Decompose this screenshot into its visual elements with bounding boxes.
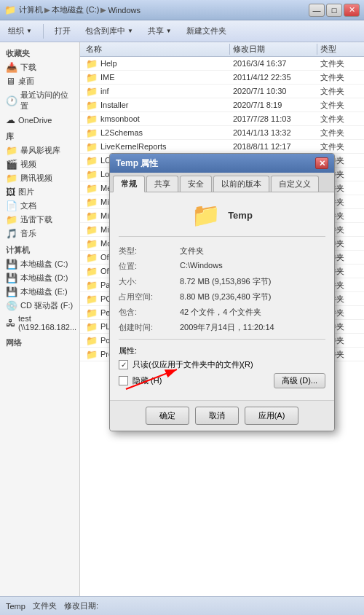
dialog-取消-button[interactable]: 取消	[195, 407, 239, 425]
dialog-应用(A)-button[interactable]: 应用(A)	[245, 407, 299, 425]
prop-value: 42 个文件，4 个文件夹	[180, 307, 325, 318]
dialog-tab-0[interactable]: 常规	[113, 176, 145, 192]
dialog-确定-button[interactable]: 确定	[146, 407, 189, 425]
prop-label: 包含:	[119, 307, 177, 318]
dialog-buttons: 确定取消应用(A)	[110, 400, 334, 431]
prop-value: C:\Windows	[180, 261, 325, 272]
dialog-close-button[interactable]: ✕	[315, 157, 328, 169]
svg-line-1	[126, 369, 177, 389]
attributes-label: 属性:	[119, 345, 325, 356]
prop-label: 类型:	[119, 246, 177, 256]
advanced-button[interactable]: 高级 (D)...	[274, 373, 326, 388]
dialog-folder-icon: 📁	[191, 201, 221, 229]
red-arrow-annotation	[119, 364, 191, 393]
dialog-folder-name: Temp	[228, 210, 253, 221]
dialog-attributes-row: 属性: ✓ 只读(仅应用于文件夹中的文件)(R) 隐藏 (H) 高级 (D)..…	[119, 339, 325, 388]
dialog-tab-2[interactable]: 安全	[180, 176, 212, 192]
dialog-overlay: Temp 属性 ✕ 常规共享安全以前的版本自定义义 📁 Temp 类型:文件夹位…	[0, 0, 364, 615]
prop-label: 大小:	[119, 276, 177, 287]
dialog-tabs: 常规共享安全以前的版本自定义义	[110, 173, 334, 192]
prop-value: 8.80 MB (9,236,480 字节)	[180, 291, 325, 302]
prop-value: 8.72 MB (9,153,896 字节)	[180, 276, 325, 287]
prop-label: 位置:	[119, 261, 177, 272]
dialog-tab-4[interactable]: 自定义义	[271, 176, 319, 192]
dialog-title-bar: Temp 属性 ✕	[110, 154, 334, 173]
dialog-folder-row: 📁 Temp	[119, 201, 325, 237]
dialog-content: 📁 Temp 类型:文件夹位置:C:\Windows大小:8.72 MB (9,…	[110, 192, 334, 400]
dialog-tab-3[interactable]: 以前的版本	[213, 176, 269, 192]
prop-label: 占用空间:	[119, 291, 177, 302]
dialog-title: Temp 属性	[116, 157, 315, 170]
properties-dialog: Temp 属性 ✕ 常规共享安全以前的版本自定义义 📁 Temp 类型:文件夹位…	[109, 153, 335, 431]
prop-label: 创建时间:	[119, 322, 177, 333]
prop-value: 2009年7月14日，11:20:14	[180, 322, 325, 333]
prop-value: 文件夹	[180, 246, 325, 256]
dialog-properties-grid: 类型:文件夹位置:C:\Windows大小:8.72 MB (9,153,896…	[119, 246, 325, 333]
dialog-tab-1[interactable]: 共享	[146, 176, 178, 192]
